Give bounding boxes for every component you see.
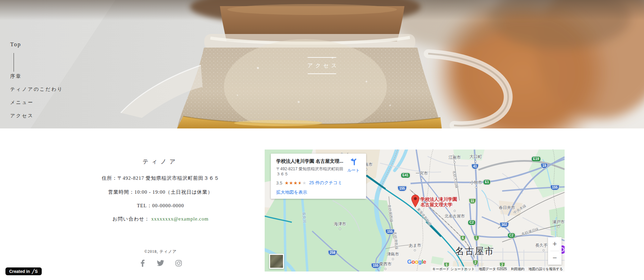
marker-label: 学校法人滝川学園 名古屋文理大学 — [420, 197, 457, 208]
route-badge-155: 155 — [398, 186, 407, 191]
map-attribution-item: 地図データ ©2025 — [479, 267, 507, 272]
route-badge-1: 1 — [474, 235, 479, 241]
map-city-label: 瀬戸市 — [552, 219, 565, 225]
page-title: アクセス — [305, 58, 339, 73]
city-dot — [384, 268, 386, 270]
business-hours: 営業時間：10:00 - 19:00（土日祝日は休業） — [29, 189, 292, 195]
map-city-label: 海津市 — [334, 221, 346, 227]
route-badge-155: 155 — [371, 263, 380, 268]
section-title-block: アクセス — [305, 57, 339, 74]
map-label-nagoya-city: 名古屋市 — [455, 245, 494, 257]
map-city-label: 江南市 — [449, 155, 461, 160]
map-railline-label: 名鉄津島線 — [392, 231, 399, 250]
city-dot — [557, 226, 560, 228]
route-badge-258: 258 — [328, 250, 337, 256]
hero-nav-item[interactable]: 序章 — [10, 73, 22, 80]
email-link[interactable]: xxxxxxxx@example.com — [151, 216, 209, 222]
google-logo[interactable]: Google — [407, 259, 426, 265]
place-title: 学校法人滝川学園 名古屋文理... — [276, 158, 346, 164]
map-city-label: 小牧市 — [470, 180, 482, 186]
studio-badge[interactable]: Created in ╱S — [5, 267, 42, 275]
google-map-embed[interactable]: 2251611C2C2E19E1E41155258155302155194115… — [265, 150, 565, 272]
title-bottom-rule — [308, 73, 336, 74]
route-badge-41: 41 — [471, 164, 478, 169]
instagram-icon[interactable] — [175, 259, 182, 267]
view-larger-map-link[interactable]: 拡大地図を表示 — [276, 189, 307, 195]
map-city-label: 一宮市 — [416, 171, 428, 176]
inquiry-line: お問い合わせ： xxxxxxxx@example.com — [29, 216, 292, 222]
city-dot — [421, 177, 423, 179]
place-address: 〒492-8217 愛知県稲沢市稲沢町前田 ３６５ — [276, 167, 346, 177]
shop-name: ティノア — [29, 158, 292, 165]
city-dot — [339, 228, 341, 230]
satellite-toggle-button[interactable] — [269, 254, 284, 269]
star-icon: ★★ — [302, 181, 307, 185]
hero-nav-item[interactable]: メニュー — [10, 100, 34, 106]
route-badge-E19: E19 — [531, 156, 541, 162]
zoom-out-button[interactable]: − — [548, 251, 562, 265]
twitter-icon[interactable] — [157, 259, 164, 267]
hero-section: Top 序章ティノアのこだわりメニューアクセス アクセス — [0, 0, 644, 128]
city-dot — [454, 161, 456, 163]
map-marker-pin[interactable] — [411, 194, 420, 208]
map-info-card: 学校法人滝川学園 名古屋文理... 〒492-8217 愛知県稲沢市稲沢町前田 … — [271, 154, 366, 199]
zoom-in-button[interactable]: + — [548, 237, 562, 251]
city-dot — [475, 161, 477, 163]
directions-label: ルート — [344, 168, 363, 173]
map-city-label: 大口町 — [470, 154, 482, 160]
route-badge-E41: E41 — [401, 173, 410, 178]
studio-logo-icon: ╱S — [32, 269, 38, 274]
route-badge-6: 6 — [460, 235, 466, 241]
star-icon: ★★ — [289, 181, 293, 185]
telephone: TEL：00-0000-0000 — [29, 203, 292, 209]
city-dot — [414, 249, 416, 251]
star-rating: ★★★★★★★★★★ — [285, 181, 307, 185]
route-badge-C2: C2 — [508, 233, 515, 238]
map-river-label: 長良川 — [301, 212, 307, 223]
contact-info-section: ティノア 住所：〒492-8217 愛知県稲沢市稲沢町前田３６５ 営業時間：10… — [29, 128, 292, 280]
map-city-label: 愛西市 — [379, 261, 392, 267]
shop-address: 住所：〒492-8217 愛知県稲沢市稲沢町前田３６５ — [29, 175, 292, 181]
city-dot — [454, 210, 456, 212]
rating-value: 3.5 — [276, 180, 282, 186]
route-badge-2: 2 — [473, 260, 478, 265]
map-attribution-item[interactable]: 利用規約 — [511, 267, 525, 272]
hero-nav-item[interactable]: アクセス — [10, 113, 34, 119]
satellite-thumbnail — [270, 255, 283, 268]
star-icon: ★★ — [293, 181, 298, 185]
map-city-label: 津島市 — [387, 251, 399, 257]
city-dot — [543, 249, 545, 251]
map-attribution-item[interactable]: 地図の誤りを報告する — [529, 267, 563, 272]
map-city-label: 春日井市 — [499, 205, 515, 211]
star-fill: ★ — [293, 181, 298, 185]
hero-nav-item[interactable]: ティノアのこだわり — [10, 86, 63, 92]
star-fill: ★ — [285, 181, 289, 185]
city-dot — [392, 258, 394, 260]
google-logo-letter: o — [412, 259, 415, 265]
reviews-link[interactable]: 25 件のクチコミ — [309, 180, 342, 186]
facebook-icon[interactable] — [139, 259, 146, 267]
map-city-label: あま市 — [409, 243, 421, 248]
directions-button[interactable]: ルート — [344, 157, 363, 173]
star-icon: ★★ — [298, 181, 302, 185]
map-attribution-item[interactable]: キーボード ショートカット — [432, 267, 475, 272]
rating-row: 3.5 ★★★★★★★★★★ 25 件のクチコミ — [276, 180, 342, 186]
route-badge-19: 19 — [541, 163, 548, 169]
star-fill: ★ — [289, 181, 293, 185]
map-zoom-control: + − — [548, 237, 562, 265]
route-badge-302: 302 — [500, 222, 509, 228]
star-icon: ★★ — [285, 181, 289, 185]
route-badge-C2: C2 — [468, 220, 476, 225]
route-badge-155: 155 — [550, 185, 560, 190]
google-logo-letter: g — [418, 259, 422, 265]
copyright: ©2018, ティノア — [29, 249, 292, 254]
nav-item-top[interactable]: Top — [10, 41, 21, 48]
star-fill: ★ — [298, 181, 300, 185]
nav-divider-line — [14, 53, 14, 72]
map-attribution-bar: キーボード ショートカット地図データ ©2025利用規約地図の誤りを報告する — [431, 266, 565, 272]
map-railline-label: 東海道新幹線 — [416, 207, 433, 227]
inquiry-label: お問い合わせ： — [112, 216, 150, 222]
page: Top 序章ティノアのこだわりメニューアクセス アクセス ティノア 住所：〒49… — [0, 0, 644, 280]
map-railline-label: 名鉄瀬戸線 — [521, 227, 539, 237]
directions-icon — [349, 157, 358, 166]
